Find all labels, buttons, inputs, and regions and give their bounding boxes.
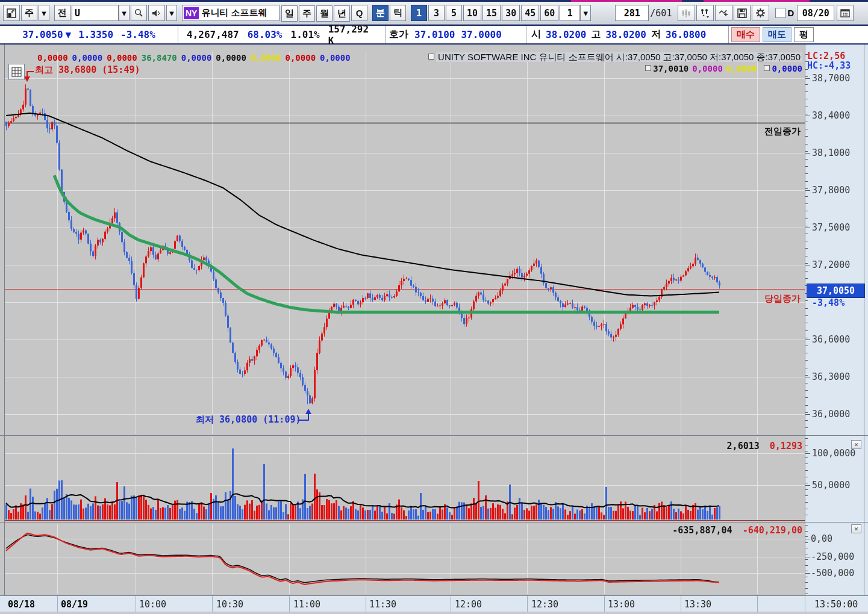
search-icon[interactable]: [131, 5, 147, 21]
checkbox-label: D: [787, 8, 794, 18]
tab-interval-3[interactable]: 3: [428, 5, 445, 21]
chart-canvas[interactable]: [0, 0, 868, 614]
low-label: 저: [651, 28, 661, 41]
hc-value: HC:-4,33: [807, 60, 851, 71]
open-label: 시: [531, 28, 541, 41]
date-input[interactable]: [797, 5, 834, 21]
prev-close-label: 전일종가: [764, 126, 801, 137]
session-low-annotation: 최저 36,0800 (11:09): [196, 414, 301, 426]
tab-period-월[interactable]: 월: [316, 5, 333, 22]
volume-ratio: 68.03%: [248, 29, 283, 40]
low-price: 36.0800: [666, 29, 706, 40]
indicator-value-1: 0,0000: [72, 53, 103, 63]
tab-interval-1[interactable]: 1: [411, 5, 427, 21]
tab-interval-15[interactable]: 15: [482, 5, 501, 21]
axis-tick-label: 37,2000: [812, 259, 850, 270]
axis-tick-label: 11:30: [369, 599, 396, 610]
custom-interval-input[interactable]: [560, 5, 580, 21]
zigzag-add-icon[interactable]: [715, 5, 732, 21]
tab-period-주[interactable]: 주: [299, 5, 315, 22]
tab-mode-틱[interactable]: 틱: [390, 5, 406, 21]
trade-value: 157,292 K: [328, 23, 385, 46]
period-dropdown-arrow-icon[interactable]: ▾: [39, 5, 49, 21]
speaker-dropdown-arrow-icon[interactable]: ▾: [166, 5, 177, 21]
indicator-values-row: 0,00000,00000,000036,84700,00000,00000,0…: [37, 52, 355, 63]
indicator-value-7: 0,0000: [285, 53, 316, 63]
axis-tick-label: 10:00: [139, 599, 166, 610]
gear-icon[interactable]: [752, 5, 769, 21]
period-dropdown[interactable]: 주: [21, 5, 37, 21]
axis-tick-label: 08/18: [8, 599, 35, 610]
sell-button[interactable]: 매도: [763, 27, 792, 42]
volume-ma-value: 2,6013: [727, 441, 760, 451]
avg-button[interactable]: 평: [794, 27, 814, 42]
price-change: 1.3350: [78, 29, 113, 40]
axis-tick-label: 50,0000: [812, 480, 850, 491]
axis-tick-label: 36,3000: [812, 371, 850, 382]
bar-count-input[interactable]: [615, 5, 649, 21]
axis-tick-label: 36,0000: [812, 409, 850, 420]
bid-price: 37.0000: [461, 29, 501, 40]
tab-mode-분[interactable]: 분: [372, 5, 389, 21]
overlay-checkbox[interactable]: [775, 8, 785, 18]
ask-price: 37.0100: [414, 29, 455, 40]
axis-tick-label: 0,00: [811, 533, 832, 544]
tab-period-Q[interactable]: Q: [351, 5, 367, 21]
tab-period-일[interactable]: 일: [281, 5, 298, 22]
quote-bar: 37.0050▼ 1.3350 -3.48% 4,267,487 68.03% …: [0, 25, 868, 45]
save-icon[interactable]: [734, 5, 751, 21]
chart-title: UNITY SOFTWARE INC 유니티 소프트웨어 시:37,0050 고…: [436, 52, 802, 62]
indicator-sub-values: 37,00100,00000,00000,0000: [638, 63, 802, 74]
grid-settings-icon[interactable]: [8, 64, 25, 80]
axis-tick-label: 11:00: [293, 599, 320, 610]
tab-interval-30[interactable]: 30: [502, 5, 520, 21]
interval-dropdown-arrow-icon[interactable]: ▾: [580, 5, 591, 21]
stock-name: 유니티 소프트웨: [201, 7, 267, 19]
jeon-button[interactable]: 전: [54, 5, 70, 21]
tab-interval-10[interactable]: 10: [463, 5, 481, 21]
buy-button[interactable]: 매수: [731, 27, 760, 42]
exchange-badge: NY: [184, 7, 199, 19]
speaker-icon[interactable]: [148, 5, 165, 21]
day-close-label: 당일종가: [764, 293, 801, 305]
axis-tick-label: 38,7000: [812, 73, 850, 84]
indicator-sub-value-0: 37,0010: [642, 64, 688, 73]
tab-period-년[interactable]: 년: [334, 5, 350, 22]
axis-tick-label: 13:00: [608, 599, 635, 610]
volume: 4,267,487: [187, 29, 239, 40]
title-square-icon: [428, 54, 434, 60]
indicator-value-0: 0,0000: [37, 53, 68, 63]
axis-tick-label: 12:00: [455, 599, 482, 610]
indicator-sub-value-3: 0,0000: [760, 64, 802, 73]
axis-tick-label: -250,000: [811, 551, 854, 562]
session-high-annotation: 최고 38,6800 (15:49): [35, 64, 140, 76]
indicator-value-6: 0,0000: [251, 53, 281, 63]
axis-tick-label: 100,0000: [812, 448, 855, 459]
current-price-box: 37,0050: [807, 284, 865, 298]
indicator-value-3: 36,8470: [142, 53, 177, 63]
axis-tick-label: 10:30: [216, 599, 243, 610]
symbol-input[interactable]: [72, 5, 119, 21]
pin-arrows-icon[interactable]: [696, 5, 714, 21]
axis-tick-label: 37,5000: [812, 222, 850, 233]
tab-interval-45[interactable]: 45: [521, 5, 539, 21]
indicator-sub-value-1: 0,0000: [692, 64, 723, 73]
price-change-pct: -3.48%: [120, 29, 155, 40]
axis-tick-label: -500,000: [811, 568, 854, 578]
turnover-pct: 1.01%: [291, 29, 320, 40]
calendar-icon[interactable]: [837, 5, 854, 21]
tab-interval-60[interactable]: 60: [540, 5, 558, 21]
current-price-pct: -3,48%: [812, 297, 845, 308]
axis-tick-label: 08/19: [61, 599, 88, 610]
chart-window-icon[interactable]: [3, 5, 20, 21]
symbol-dropdown-arrow-icon[interactable]: ▾: [119, 5, 130, 21]
tab-interval-5[interactable]: 5: [446, 5, 462, 21]
indicator-pane-close-icon[interactable]: ✕: [851, 524, 861, 533]
indicator-value-2: 0,0000: [107, 53, 137, 63]
candle-tool-icon[interactable]: [678, 5, 695, 21]
axis-tick-label: 38,4000: [812, 110, 850, 121]
high-label: 고: [591, 28, 601, 41]
stock-name-field[interactable]: NY 유니티 소프트웨: [182, 5, 279, 21]
top-accent-segment-0: [571, 0, 682, 2]
indicator-sub-value-2: 0,0000: [726, 64, 757, 73]
